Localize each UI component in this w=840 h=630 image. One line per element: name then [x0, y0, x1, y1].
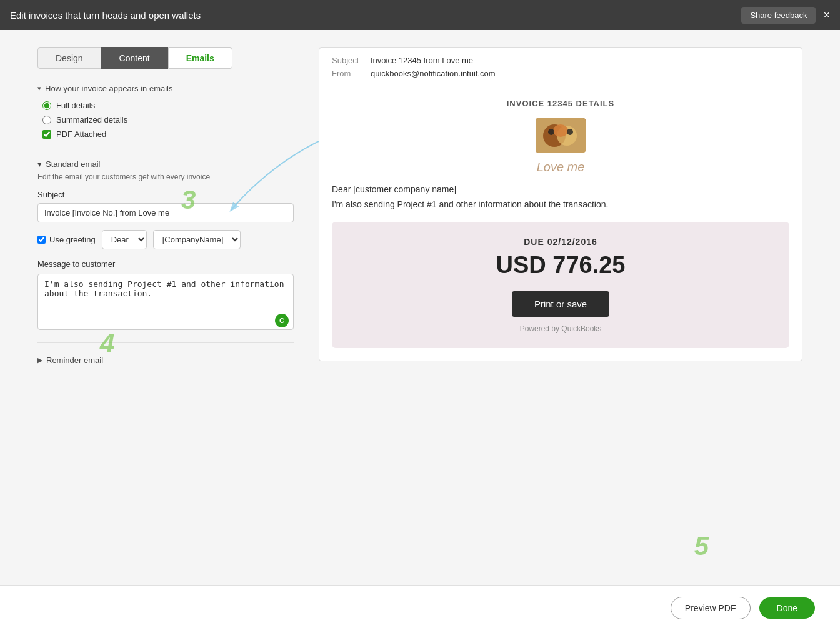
email-subject-row: Subject Invoice 12345 from Love me — [332, 56, 789, 65]
invoice-appears-label: How your invoice appears in emails — [45, 84, 172, 93]
detail-options-group: Full details Summarized details PDF Atta… — [38, 101, 294, 139]
pdf-attached-label: PDF Attached — [56, 129, 106, 139]
message-textarea[interactable]: I'm also sending Project #1 and other in… — [38, 274, 294, 330]
left-panel: Design Content Emails ▾ How your invoice… — [38, 48, 306, 365]
step-4-number: 4 — [100, 329, 114, 359]
tabs-container: Design Content Emails — [38, 48, 294, 69]
full-details-option[interactable]: Full details — [42, 101, 294, 110]
standard-email-section: ▾ Standard email — [38, 159, 294, 169]
print-save-button[interactable]: Print or save — [512, 291, 609, 317]
from-meta-value: quickbooks@notification.intuit.com — [371, 69, 496, 78]
step-5-number: 5 — [694, 531, 709, 561]
full-details-label: Full details — [56, 101, 95, 110]
subject-meta-label: Subject — [332, 56, 363, 65]
email-dear: Dear [customer company name] — [332, 184, 789, 194]
done-button[interactable]: Done — [759, 598, 815, 619]
greeting-row: Use greeting Dear Hello Hi [CompanyName]… — [38, 230, 294, 249]
reminder-email-label: Reminder email — [46, 356, 103, 365]
due-amount: USD 776.25 — [344, 252, 777, 279]
svg-point-6 — [567, 129, 573, 135]
top-bar-title: Edit invoices that turn heads and open w… — [10, 10, 201, 21]
divider-1 — [38, 149, 294, 149]
divider-2 — [38, 342, 294, 343]
tab-design[interactable]: Design — [38, 48, 101, 69]
main-content: Design Content Emails ▾ How your invoice… — [0, 30, 840, 382]
arrow-icon: ▾ — [38, 84, 41, 92]
invoice-cta-box: DUE 02/12/2016 USD 776.25 Print or save … — [332, 222, 789, 348]
use-greeting-checkbox[interactable] — [38, 236, 46, 244]
use-greeting-text: Use greeting — [49, 235, 96, 244]
due-date-label: DUE 02/12/2016 — [344, 237, 777, 247]
subject-input[interactable] — [38, 203, 294, 222]
tab-content[interactable]: Content — [101, 48, 168, 69]
reminder-section: ▶ Reminder email — [38, 356, 294, 365]
company-logo — [536, 118, 586, 152]
subject-label: Subject — [38, 190, 294, 199]
summarized-details-radio[interactable] — [42, 116, 51, 124]
tab-emails[interactable]: Emails — [168, 48, 232, 69]
reminder-email-header[interactable]: ▶ Reminder email — [38, 356, 294, 365]
preview-pdf-button[interactable]: Preview PDF — [671, 597, 751, 619]
close-button[interactable]: × — [823, 9, 830, 22]
message-textarea-wrapper: I'm also sending Project #1 and other in… — [38, 274, 294, 332]
greeting-select[interactable]: Dear Hello Hi — [102, 230, 147, 249]
share-feedback-button[interactable]: Share feedback — [741, 7, 816, 24]
pdf-attached-option[interactable]: PDF Attached — [42, 129, 294, 139]
invoice-header: INVOICE 12345 DETAILS — [332, 99, 789, 108]
email-meta: Subject Invoice 12345 from Love me From … — [319, 48, 802, 86]
top-bar-right: Share feedback × — [741, 7, 830, 24]
email-message: I'm also sending Project #1 and other in… — [332, 199, 789, 209]
top-bar: Edit invoices that turn heads and open w… — [0, 0, 840, 30]
email-from-row: From quickbooks@notification.intuit.com — [332, 69, 789, 78]
name-format-select[interactable]: [CompanyName] [FirstName] [LastName] — [153, 230, 241, 249]
ai-icon[interactable]: C — [275, 314, 289, 328]
subject-meta-value: Invoice 12345 from Love me — [371, 56, 473, 65]
bottom-bar: Preview PDF Done — [0, 585, 840, 630]
message-label: Message to customer — [38, 259, 294, 269]
powered-by: Powered by QuickBooks — [344, 324, 777, 333]
svg-point-5 — [548, 129, 554, 135]
logo-svg — [536, 118, 586, 152]
summarized-details-option[interactable]: Summarized details — [42, 115, 294, 124]
summarized-details-label: Summarized details — [56, 115, 128, 124]
email-scroll-area[interactable]: INVOICE 12345 DETAILS Love me Dear [cust… — [319, 86, 802, 361]
standard-email-desc: Edit the email your customers get with e… — [38, 172, 294, 181]
svg-point-4 — [553, 124, 568, 137]
from-meta-label: From — [332, 69, 363, 78]
standard-email-label: Standard email — [46, 159, 100, 169]
use-greeting-label[interactable]: Use greeting — [38, 235, 96, 244]
pdf-attached-checkbox[interactable] — [42, 130, 51, 139]
invoice-appears-section: ▾ How your invoice appears in emails — [38, 84, 294, 93]
std-email-arrow-icon: ▾ — [38, 159, 42, 169]
right-panel: Subject Invoice 12345 from Love me From … — [306, 48, 802, 365]
reminder-arrow-icon: ▶ — [38, 356, 42, 364]
company-name: Love me — [332, 160, 789, 174]
full-details-radio[interactable] — [42, 101, 51, 110]
email-preview-container: Subject Invoice 12345 from Love me From … — [319, 48, 802, 361]
